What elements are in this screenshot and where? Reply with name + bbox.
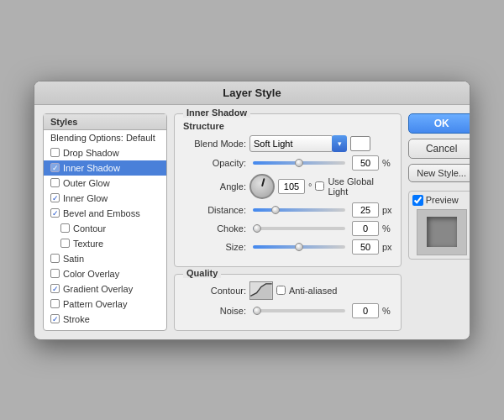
- contour-checkbox[interactable]: [60, 223, 70, 233]
- sidebar-item-label: Blending Options: Default: [50, 133, 155, 143]
- drop-shadow-checkbox[interactable]: [50, 148, 60, 157]
- color-overlay-checkbox[interactable]: [50, 269, 60, 278]
- quality-section: Quality Contour: Anti-aliased: [174, 274, 402, 331]
- size-unit: px: [382, 242, 392, 252]
- ok-button[interactable]: OK: [408, 113, 470, 134]
- satin-checkbox[interactable]: [50, 254, 60, 263]
- size-slider[interactable]: [253, 245, 345, 249]
- choke-slider-thumb[interactable]: [253, 224, 261, 233]
- angle-input[interactable]: [278, 179, 305, 194]
- sidebar-item-texture[interactable]: Texture: [44, 236, 166, 251]
- noise-input[interactable]: [352, 303, 379, 318]
- anti-aliased-label: Anti-aliased: [276, 286, 337, 296]
- opacity-slider[interactable]: [253, 161, 345, 165]
- size-input[interactable]: [352, 239, 379, 255]
- new-style-button[interactable]: New Style...: [408, 164, 470, 182]
- styles-panel-header: Styles: [44, 114, 166, 130]
- sidebar-item-inner-glow[interactable]: ✓ Inner Glow: [44, 191, 166, 206]
- inner-shadow-section-title: Inner Shadow: [183, 108, 250, 118]
- sidebar-item-label: Contour: [73, 223, 106, 234]
- angle-dial[interactable]: [249, 174, 275, 199]
- blend-mode-select[interactable]: Soft Light: [249, 135, 333, 152]
- sidebar-item-satin[interactable]: Satin: [44, 251, 166, 266]
- distance-label: Distance:: [183, 205, 246, 215]
- sidebar-item-bevel-emboss[interactable]: ✓ Bevel and Emboss: [44, 206, 166, 221]
- sidebar-item-contour[interactable]: Contour: [44, 221, 166, 236]
- choke-slider[interactable]: [253, 227, 345, 230]
- outer-glow-checkbox[interactable]: [50, 178, 60, 187]
- gradient-overlay-checkbox[interactable]: ✓: [50, 284, 60, 293]
- sidebar-item-label: Inner Glow: [63, 193, 108, 203]
- use-global-light-checkbox[interactable]: [315, 181, 324, 191]
- use-global-light-label: Use Global Light: [315, 176, 391, 197]
- pattern-overlay-checkbox[interactable]: [50, 299, 60, 308]
- noise-slider-thumb[interactable]: [253, 307, 261, 315]
- size-row: Size: px: [183, 239, 392, 255]
- preview-checkbox[interactable]: [412, 195, 423, 206]
- sidebar-item-outer-glow[interactable]: Outer Glow: [44, 176, 166, 191]
- inner-glow-checkbox[interactable]: ✓: [50, 193, 60, 202]
- angle-unit: °: [308, 181, 312, 192]
- opacity-slider-thumb[interactable]: [295, 159, 303, 167]
- sidebar-item-label: Satin: [63, 254, 84, 264]
- sidebar-item-stroke[interactable]: ✓ Stroke: [44, 312, 166, 327]
- distance-unit: px: [382, 205, 392, 215]
- inner-shadow-section: Inner Shadow Structure Blend Mode: Soft …: [174, 113, 402, 267]
- sidebar-item-color-overlay[interactable]: Color Overlay: [44, 266, 166, 281]
- choke-unit: %: [382, 223, 391, 234]
- main-content-panel: Inner Shadow Structure Blend Mode: Soft …: [174, 113, 402, 331]
- sidebar-item-label: Pattern Overlay: [63, 299, 127, 309]
- choke-row: Choke: %: [183, 221, 392, 236]
- choke-label: Choke:: [183, 223, 246, 234]
- opacity-input[interactable]: [352, 155, 379, 171]
- bevel-emboss-checkbox[interactable]: ✓: [50, 208, 60, 218]
- preview-label: Preview: [412, 195, 470, 206]
- quality-section-title: Quality: [183, 268, 221, 278]
- contour-thumbnail[interactable]: [249, 281, 273, 300]
- opacity-row: Opacity: %: [183, 155, 392, 171]
- blend-mode-color-swatch[interactable]: [350, 136, 370, 151]
- sidebar-item-drop-shadow[interactable]: Drop Shadow: [44, 145, 166, 160]
- layer-style-dialog: Layer Style Styles Blending Options: Def…: [34, 81, 470, 340]
- sidebar-item-label: Gradient Overlay: [63, 284, 133, 294]
- sidebar-item-gradient-overlay[interactable]: ✓ Gradient Overlay: [44, 281, 166, 297]
- angle-label: Angle:: [183, 181, 246, 192]
- angle-row: Angle: ° Use Global Light: [183, 174, 392, 199]
- noise-unit: %: [382, 306, 391, 316]
- sidebar-item-label: Inner Shadow: [63, 163, 120, 173]
- sidebar-item-inner-shadow[interactable]: ✓ Inner Shadow: [44, 160, 166, 176]
- blend-mode-label: Blend Mode:: [183, 139, 246, 149]
- distance-slider[interactable]: [253, 208, 345, 212]
- distance-slider-thumb[interactable]: [271, 206, 280, 214]
- preview-inner-swatch: [427, 217, 457, 247]
- contour-row: Contour: Anti-aliased: [183, 281, 392, 300]
- styles-panel: Styles Blending Options: Default Drop Sh…: [43, 113, 167, 331]
- cancel-button[interactable]: Cancel: [408, 139, 470, 159]
- contour-label: Contour:: [183, 286, 246, 296]
- dialog-title: Layer Style: [34, 81, 470, 105]
- size-slider-thumb[interactable]: [295, 243, 303, 251]
- blend-mode-row: Blend Mode: Soft Light ▾: [183, 135, 392, 152]
- opacity-label: Opacity:: [183, 158, 246, 168]
- preview-thumbnail: [417, 209, 467, 255]
- size-label: Size:: [183, 242, 246, 252]
- stroke-checkbox[interactable]: ✓: [50, 314, 60, 323]
- texture-checkbox[interactable]: [60, 239, 70, 248]
- sidebar-item-label: Drop Shadow: [63, 148, 119, 158]
- preview-section: Preview: [408, 191, 470, 260]
- distance-input[interactable]: [352, 202, 379, 218]
- choke-input[interactable]: [352, 221, 379, 236]
- action-panel: OK Cancel New Style... Preview: [408, 113, 470, 331]
- blend-mode-dropdown-arrow: ▾: [332, 135, 347, 152]
- opacity-unit: %: [382, 158, 391, 168]
- inner-shadow-checkbox[interactable]: ✓: [50, 163, 60, 172]
- sidebar-item-blending-options[interactable]: Blending Options: Default: [44, 130, 166, 145]
- distance-row: Distance: px: [183, 202, 392, 218]
- anti-aliased-checkbox[interactable]: [276, 286, 286, 295]
- noise-slider[interactable]: [253, 309, 345, 312]
- noise-label: Noise:: [183, 306, 246, 316]
- sidebar-item-label: Color Overlay: [63, 269, 119, 279]
- sidebar-item-label: Bevel and Emboss: [63, 208, 140, 218]
- structure-subtitle: Structure: [183, 121, 392, 131]
- sidebar-item-pattern-overlay[interactable]: Pattern Overlay: [44, 297, 166, 312]
